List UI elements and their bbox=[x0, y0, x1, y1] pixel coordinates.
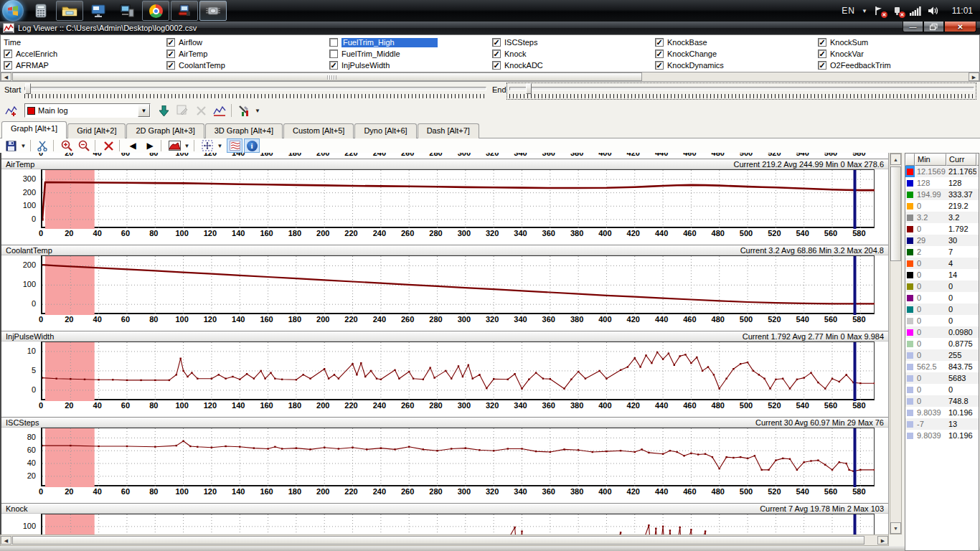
tab-custom[interactable]: Custom [Alt+5] bbox=[283, 123, 354, 138]
scroll-left-button[interactable]: ◀ bbox=[1, 72, 11, 81]
plot-area-iscsteps[interactable] bbox=[41, 428, 875, 486]
zoom-in-button[interactable] bbox=[59, 138, 75, 153]
combobox-dropdown-button[interactable]: ▼ bbox=[138, 104, 150, 117]
taskbar-item-explorer[interactable] bbox=[56, 1, 83, 21]
stats-row-8[interactable]: 04 bbox=[905, 258, 979, 269]
tab-graph[interactable]: Graph [Alt+1] bbox=[1, 121, 67, 138]
checkbox-airflow[interactable]: ✓ bbox=[166, 38, 175, 47]
close-button[interactable]: ✕ bbox=[944, 22, 976, 32]
channel-item-o2feedbacktrim[interactable]: ✓O2FeedbackTrim bbox=[818, 60, 978, 71]
stats-row-3[interactable]: 0219.2 bbox=[905, 200, 979, 212]
stats-row-20[interactable]: 0748.8 bbox=[905, 395, 979, 407]
checkbox-injpulsewidth[interactable]: ✓ bbox=[329, 61, 338, 70]
checkbox-knockchange[interactable]: ✓ bbox=[655, 50, 664, 58]
stats-row-16[interactable]: 0255 bbox=[905, 349, 979, 361]
clock[interactable]: 11:01 bbox=[952, 6, 973, 16]
restore-button[interactable] bbox=[923, 22, 944, 32]
taskbar-item-log-tool[interactable] bbox=[171, 1, 198, 21]
action-center-flag-icon[interactable]: ✕ bbox=[874, 6, 885, 16]
channel-item-afrmap[interactable]: ✓AFRMAP bbox=[4, 60, 164, 71]
overlay-lines-toggle[interactable] bbox=[227, 138, 242, 153]
tab-2d[interactable]: 2D Graph [Alt+3] bbox=[126, 123, 204, 138]
stats-row-23[interactable]: 9.803910.196 bbox=[905, 430, 979, 441]
cut-button[interactable] bbox=[34, 138, 50, 153]
save-caret[interactable]: ▼ bbox=[19, 138, 28, 153]
minimize-button[interactable]: — bbox=[903, 22, 923, 32]
stats-row-6[interactable]: 2930 bbox=[905, 235, 979, 246]
stats-header-min[interactable]: Min bbox=[915, 154, 946, 166]
tab-dash[interactable]: Dash [Alt+7] bbox=[418, 123, 479, 138]
start-slider-thumb[interactable] bbox=[25, 83, 31, 94]
channel-item-accelenrich[interactable]: ✓AccelEnrich bbox=[4, 48, 164, 60]
fit-view-caret[interactable]: ▼ bbox=[215, 138, 225, 153]
stats-row-11[interactable]: 00 bbox=[905, 292, 979, 303]
graph-vscrollbar[interactable]: ▲ ▼ bbox=[890, 153, 902, 534]
tab-grid[interactable]: Grid [Alt+2] bbox=[67, 123, 126, 138]
delete-log-button[interactable] bbox=[192, 103, 209, 118]
plot-area-injpulsewidth[interactable] bbox=[41, 342, 875, 400]
scrollbar-thumb[interactable] bbox=[12, 72, 642, 81]
scroll-up-button[interactable]: ▲ bbox=[890, 154, 901, 165]
edit-log-button[interactable] bbox=[174, 103, 191, 118]
stats-row-1[interactable]: 128128 bbox=[905, 177, 979, 189]
channel-item-fueltrim_middle[interactable]: FuelTrim_Middle bbox=[329, 48, 489, 60]
stats-row-19[interactable]: 00 bbox=[905, 384, 979, 395]
hardware-eject-icon[interactable]: ✕ bbox=[892, 6, 903, 16]
channel-item-knock[interactable]: ✓Knock bbox=[492, 48, 652, 60]
channel-item-knocksum[interactable]: ✓KnockSum bbox=[818, 37, 978, 48]
stats-row-14[interactable]: 00.0980 bbox=[905, 326, 979, 338]
step-forward-button[interactable]: ▶ bbox=[142, 138, 158, 153]
channel-item-airtemp[interactable]: ✓AirTemp bbox=[166, 48, 326, 60]
plot-area-airtemp[interactable] bbox=[41, 169, 875, 228]
hscrollbar-thumb[interactable] bbox=[12, 536, 864, 545]
plot-area-knock[interactable] bbox=[41, 514, 875, 534]
tab-3d[interactable]: 3D Graph [Alt+4] bbox=[205, 123, 283, 138]
channel-item-injpulsewidth[interactable]: ✓InjPulseWidth bbox=[329, 60, 489, 71]
channel-panel-hscrollbar[interactable]: ◀ ▶ bbox=[0, 72, 980, 82]
add-log-button[interactable] bbox=[3, 103, 20, 118]
channel-item-knockchange[interactable]: ✓KnockChange bbox=[655, 48, 815, 60]
graph-style-button[interactable] bbox=[166, 138, 182, 153]
checkbox-knockdynamics[interactable]: ✓ bbox=[655, 61, 664, 70]
channel-item-time[interactable]: Time bbox=[4, 37, 164, 48]
stats-row-5[interactable]: 01.792 bbox=[905, 223, 979, 235]
checkbox-knockbase[interactable]: ✓ bbox=[655, 38, 664, 47]
checkbox-o2feedbacktrim[interactable]: ✓ bbox=[818, 61, 826, 70]
taskbar-item-eprom-tool[interactable] bbox=[199, 1, 227, 21]
plot-area-coolanttemp[interactable] bbox=[41, 255, 875, 314]
channel-item-knockvar[interactable]: ✓KnockVar bbox=[818, 48, 978, 60]
scroll-right-button[interactable]: ▶ bbox=[877, 536, 888, 545]
log-selector-combobox[interactable]: Main log ▼ bbox=[24, 103, 151, 118]
stats-header-max[interactable]: Max bbox=[976, 154, 979, 166]
clear-zoom-button[interactable] bbox=[100, 138, 116, 153]
compare-log-button[interactable] bbox=[211, 103, 228, 118]
checkbox-coolanttemp[interactable]: ✓ bbox=[166, 61, 175, 70]
stats-row-17[interactable]: 562.5843.75 bbox=[905, 361, 979, 372]
end-slider-thumb[interactable] bbox=[526, 83, 532, 94]
channel-item-coolanttemp[interactable]: ✓CoolantTemp bbox=[166, 60, 326, 71]
import-log-button[interactable] bbox=[155, 103, 172, 118]
volume-icon[interactable] bbox=[928, 6, 940, 16]
checkbox-accelenrich[interactable]: ✓ bbox=[4, 50, 12, 58]
stats-header-curr[interactable]: Curr bbox=[946, 154, 976, 166]
checkbox-afrmap[interactable]: ✓ bbox=[4, 61, 12, 70]
checkbox-knocksum[interactable]: ✓ bbox=[818, 38, 826, 47]
scroll-left-button[interactable]: ◀ bbox=[1, 536, 11, 545]
stats-row-0[interactable]: 12.156921.1765 bbox=[905, 166, 979, 177]
taskbar-item-calculator[interactable] bbox=[27, 1, 55, 21]
checkbox-iscsteps[interactable]: ✓ bbox=[492, 38, 501, 47]
log-settings-button[interactable] bbox=[235, 103, 253, 118]
stats-header-color[interactable] bbox=[905, 154, 915, 166]
save-button[interactable] bbox=[3, 138, 19, 153]
stats-row-2[interactable]: 194.99333.37 bbox=[905, 189, 979, 200]
language-caret-icon[interactable]: ▼ bbox=[862, 8, 867, 14]
tab-dyno[interactable]: Dyno [Alt+6] bbox=[354, 123, 416, 138]
checkbox-airtemp[interactable]: ✓ bbox=[166, 50, 175, 58]
stats-row-22[interactable]: -713 bbox=[905, 418, 979, 430]
stats-row-7[interactable]: 27 bbox=[905, 246, 979, 258]
checkbox-knockvar[interactable]: ✓ bbox=[818, 50, 826, 58]
stats-row-21[interactable]: 9.803910.196 bbox=[905, 407, 979, 418]
channel-item-fueltrim_high[interactable]: FuelTrim_High bbox=[329, 37, 489, 48]
fit-view-button[interactable] bbox=[199, 138, 215, 153]
stats-row-13[interactable]: 00 bbox=[905, 315, 979, 326]
